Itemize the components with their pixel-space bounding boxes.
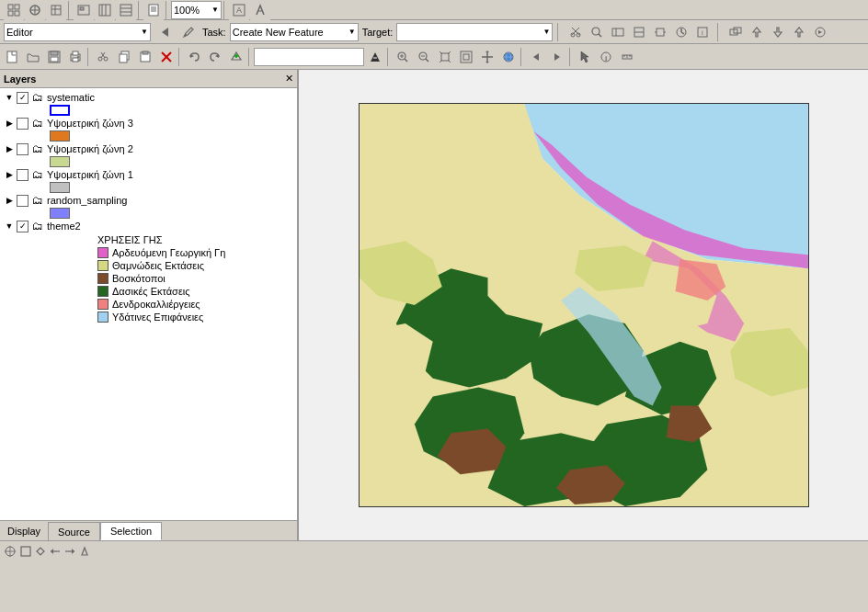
expand-yps1[interactable]: ▶ [4,169,15,180]
copy-button[interactable] [114,47,134,67]
toolbar-icon-6[interactable] [671,22,691,42]
status-nav-4[interactable] [64,546,75,557]
swatch-yps3-color [50,130,70,142]
legend-label-2: Θαμνώδεις Εκτάσεις [112,260,204,271]
nav-back-button[interactable] [154,22,175,42]
svg-marker-98 [581,51,588,62]
undo-button[interactable] [184,47,204,67]
arrow-left-button[interactable] [526,47,546,67]
save-file-button[interactable] [44,47,64,67]
nav-icon-3[interactable] [768,22,788,42]
editor-combo[interactable]: Editor ▼ [4,23,151,41]
checkbox-systematic[interactable] [17,92,29,104]
layer-item-theme2[interactable]: ▼ 🗂 theme2 [2,219,295,233]
tab-source[interactable]: Source [48,522,100,540]
menu-icon-6[interactable] [116,0,136,20]
svg-marker-47 [753,28,760,37]
nav-icon-1[interactable] [725,22,746,42]
toolbar-icon-4[interactable] [629,22,649,42]
panel-close-button[interactable]: ✕ [285,73,293,85]
expand-theme2[interactable]: ▼ [4,221,15,232]
menu-icon-4[interactable] [74,0,94,20]
nav-icon-5[interactable] [810,22,830,42]
color-input[interactable] [254,48,364,66]
svg-point-62 [98,57,102,61]
status-nav-3[interactable] [50,546,61,557]
zoom-fit-button[interactable] [435,47,455,67]
svg-line-42 [681,32,684,34]
legend-label-6: Υδάτινες Επιφάνειες [112,312,203,323]
svg-marker-75 [371,52,380,62]
measure-button[interactable] [617,47,637,67]
layer-item-ypsometrike1[interactable]: ▶ 🗂 Υψομετρική ζώνη 1 [2,167,295,182]
main-area: Layers ✕ ▼ 🗂 systematic [0,70,868,540]
status-nav-1[interactable] [20,546,31,557]
tb-icon-a[interactable]: A [229,0,249,20]
checkbox-yps1[interactable] [17,169,29,181]
expand-systematic[interactable]: ▼ [4,92,15,103]
new-file-button[interactable] [2,47,22,67]
zoom-combo[interactable]: 100% ▼ [171,1,222,19]
layer-item-ypsometrike2[interactable]: ▶ 🗂 Υψομετρική ζώνη 2 [2,142,295,156]
zoom-out-button[interactable] [414,47,434,67]
layer-item-systematic[interactable]: ▼ 🗂 systematic [2,90,295,105]
tab-selection[interactable]: Selection [100,522,162,540]
menu-icon-5[interactable] [95,0,115,20]
swatch-systematic-color [50,105,70,116]
task-combo[interactable]: Create New Feature ▼ [230,23,359,41]
tab-display[interactable]: Display [0,522,48,540]
theme2-legend: ΧΡΗΣΕΙΣ ΓΗΣ Αρδευόμενη Γεωργική Γη Θαμνώ… [2,233,295,323]
pan-button[interactable] [477,47,497,67]
menu-icon-1[interactable] [4,0,24,20]
layer-icon-systematic: 🗂 [32,91,43,104]
arrow-right-button[interactable] [547,47,567,67]
svg-marker-110 [37,548,44,555]
target-label: Target: [362,27,394,38]
print-button[interactable] [65,47,86,67]
map-area[interactable] [299,70,868,540]
select-button[interactable] [575,47,595,67]
paste-button[interactable] [135,47,155,67]
checkbox-random[interactable] [17,195,29,207]
nav-icon-4[interactable] [789,22,809,42]
swatch-random [2,208,295,219]
legend-label-1: Αρδευόμενη Γεωργική Γη [112,247,225,258]
expand-yps2[interactable]: ▶ [4,143,15,154]
color-picker-button[interactable] [365,47,385,67]
target-combo[interactable]: ▼ [396,23,553,41]
toolbar-icon-search[interactable] [587,22,607,42]
full-extent-button[interactable] [456,47,476,67]
pencil-button[interactable] [178,22,199,42]
color-input-area [254,48,364,66]
zoom-in-button[interactable] [393,47,413,67]
status-nav-2[interactable] [35,546,46,557]
info-button[interactable]: i [596,47,616,67]
cut-button[interactable] [93,47,113,67]
toolbar-icon-5[interactable] [650,22,670,42]
new-doc-button[interactable] [143,0,164,20]
delete-button[interactable] [156,47,177,67]
globe-button[interactable] [498,47,519,67]
layer-item-ypsometrike3[interactable]: ▶ 🗂 Υψομετρική ζώνη 3 [2,116,295,130]
add-vertex-button[interactable] [226,47,246,67]
checkbox-theme2[interactable] [17,221,29,232]
layer-item-random[interactable]: ▶ 🗂 random_sampling [2,193,295,208]
svg-marker-114 [72,549,74,554]
task-arrow: ▼ [348,28,356,36]
status-nav-5[interactable] [79,546,90,557]
checkbox-yps3[interactable] [17,118,29,130]
map-canvas [359,103,809,507]
open-file-button[interactable] [23,47,43,67]
menu-icon-2[interactable] [25,0,45,20]
toolbar-icon-7[interactable]: i [692,22,713,42]
redo-button[interactable] [205,47,225,67]
toolbar-icon-cut[interactable] [565,22,586,42]
svg-text:i: i [702,28,703,37]
nav-icon-2[interactable] [747,22,767,42]
toolbar-icon-3[interactable] [608,22,628,42]
tb-icon-b[interactable] [250,0,270,20]
checkbox-yps2[interactable] [17,143,29,155]
expand-random[interactable]: ▶ [4,195,15,206]
expand-yps3[interactable]: ▶ [4,118,15,129]
menu-icon-3[interactable] [46,0,66,20]
